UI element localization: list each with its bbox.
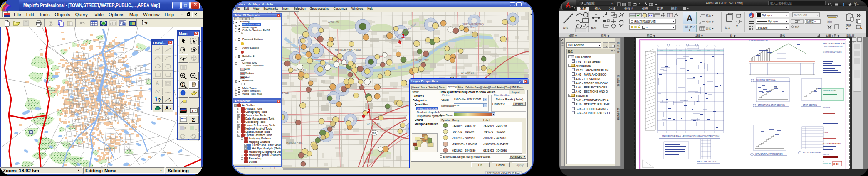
- svg-text:Heritage Park: Heritage Park: [411, 59, 429, 62]
- svg-text:241 CROSSROSTER INC: 241 CROSSROSTER INC: [823, 43, 846, 45]
- svg-text:2: 2: [366, 108, 371, 115]
- svg-text:A: A: [165, 105, 169, 111]
- svg-text:W 13th St: W 13th St: [367, 123, 380, 126]
- svg-text:School: School: [467, 26, 476, 29]
- svg-text:ROOF FRAMING NOTES: ROOF FRAMING NOTES: [749, 39, 768, 42]
- svg-text:Drawing db: Drawing db: [823, 163, 831, 164]
- svg-text:199: 199: [372, 132, 376, 134]
- svg-text:PROJECT: PROJECT: [823, 107, 830, 109]
- svg-text:W 5th St: W 5th St: [328, 21, 339, 24]
- svg-text:Heritage Park Plaza: Heritage Park Plaza: [335, 48, 361, 51]
- svg-text:1 2: 1 2: [191, 109, 197, 113]
- svg-text:?: ?: [158, 107, 161, 111]
- svg-text:STRUCTURAL STAIR SECTION: STRUCTURAL STAIR SECTION: [758, 104, 785, 106]
- svg-text:BUILDING SECTION A: BUILDING SECTION A: [756, 79, 776, 81]
- svg-text:WALL TYPE SECTION: WALL TYPE SECTION: [697, 161, 716, 163]
- svg-text:i: i: [183, 91, 184, 95]
- svg-text:STRUCTURAL STAIR SECTION: STRUCTURAL STAIR SECTION: [755, 153, 783, 155]
- svg-text:S-13: S-13: [833, 163, 839, 165]
- svg-text:STAIR SECTION: STAIR SECTION: [803, 104, 817, 106]
- svg-text:FLOOR PLAN NOTES: FLOOR PLAN NOTES: [823, 142, 841, 144]
- svg-text:?: ?: [169, 99, 171, 103]
- svg-text:W 13th St: W 13th St: [461, 71, 474, 74]
- svg-text:A: A: [156, 81, 159, 86]
- svg-text:Harrold Park: Harrold Park: [286, 141, 303, 144]
- svg-text:GENERAL NOTES: GENERAL NOTES: [823, 90, 836, 92]
- svg-text:?: ?: [182, 83, 184, 86]
- svg-text:?: ?: [158, 98, 161, 103]
- svg-text:BUILDING RENOVATION: BUILDING RENOVATION: [824, 46, 843, 48]
- svg-text:WOOD STAIR DETAIL: WOOD STAIR DETAIL: [803, 152, 822, 154]
- svg-text:SHOPPES DRAFTSMEN: SHOPPES DRAFTSMEN: [823, 51, 841, 53]
- svg-text:?: ?: [169, 107, 171, 111]
- svg-text:STAGE: STAGE: [823, 132, 828, 134]
- svg-text:Σ: Σ: [192, 117, 195, 123]
- svg-text:Nash Elementary: Nash Elementary: [462, 22, 484, 26]
- svg-text:W 7th St: W 7th St: [294, 69, 306, 72]
- svg-text:?: ?: [145, 21, 148, 26]
- svg-text:cyan: cyan: [823, 160, 826, 162]
- svg-text:MAIN FLOOR PLAN - RENOVATION N: MAIN FLOOR PLAN - RENOVATION NEW CONSTRU…: [662, 135, 719, 137]
- svg-text:sheet No: sheet No: [823, 154, 829, 155]
- svg-text:?: ?: [856, 3, 858, 6]
